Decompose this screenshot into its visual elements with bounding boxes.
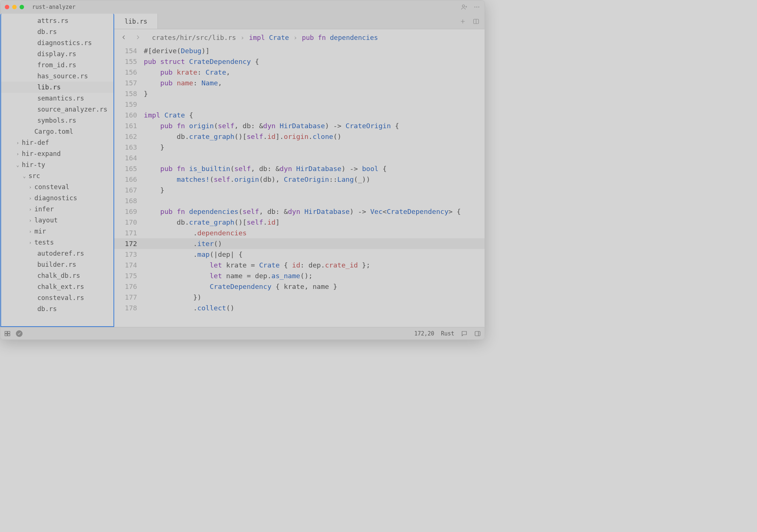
code-content[interactable]: let krate = Crate { id: dep.crate_id }; [144, 260, 370, 270]
chevron-right-icon[interactable]: › [28, 229, 33, 234]
tree-item[interactable]: builder.rs [1, 259, 113, 270]
chevron-right-icon[interactable]: › [28, 240, 33, 245]
breadcrumb-fn-name[interactable]: dependencies [330, 34, 378, 41]
nav-back-icon[interactable] [121, 34, 127, 40]
code-line[interactable]: 174 let krate = Crate { id: dep.crate_id… [114, 260, 485, 270]
file-tree[interactable]: attrs.rsdb.rsdiagnostics.rsdisplay.rsfro… [0, 14, 114, 327]
code-line[interactable]: 169 pub fn dependencies(self, db: &dyn H… [114, 206, 485, 217]
breadcrumb-fn-kw[interactable]: pub fn [302, 34, 326, 41]
code-content[interactable]: pub struct CrateDependency { [144, 56, 259, 67]
fullscreen-icon[interactable] [20, 5, 24, 9]
code-line[interactable]: 172 .iter() [114, 238, 485, 249]
tree-item[interactable]: chalk_ext.rs [1, 281, 113, 292]
tree-item[interactable]: ›diagnostics [1, 192, 113, 204]
tree-item[interactable]: db.rs [1, 26, 113, 37]
code-line[interactable]: 156 pub krate: Crate, [114, 67, 485, 78]
chevron-right-icon[interactable]: › [28, 218, 33, 223]
toggle-right-dock-icon[interactable] [474, 330, 481, 337]
tree-item[interactable]: chalk_db.rs [1, 270, 113, 281]
tree-item[interactable]: consteval.rs [1, 292, 113, 303]
code-line[interactable]: 157 pub name: Name, [114, 78, 485, 88]
file-language[interactable]: Rust [441, 330, 454, 337]
tree-item[interactable]: ›consteval [1, 181, 113, 192]
code-line[interactable]: 170 db.crate_graph()[self.id] [114, 217, 485, 228]
nav-forward-icon[interactable] [135, 34, 141, 40]
code-content[interactable]: pub fn origin(self, db: &dyn HirDatabase… [144, 120, 399, 131]
code-line[interactable]: 162 db.crate_graph()[self.id].origin.clo… [114, 131, 485, 142]
breadcrumb-impl-ty[interactable]: Crate [269, 34, 289, 41]
tree-item[interactable]: semantics.rs [1, 93, 113, 104]
tree-item[interactable]: attrs.rs [1, 15, 113, 26]
tree-item[interactable]: ›hir-def [1, 137, 113, 148]
code-content[interactable]: .iter() [144, 238, 222, 249]
tree-item[interactable]: ›mir [1, 226, 113, 237]
code-line[interactable]: 171 .dependencies [114, 228, 485, 238]
code-content[interactable]: .collect() [144, 303, 234, 313]
code-content[interactable]: } [144, 142, 164, 153]
chevron-down-icon[interactable]: ⌄ [22, 173, 27, 179]
breadcrumb-path[interactable]: crates/hir/src/lib.rs [152, 34, 236, 41]
code-editor[interactable]: 154#[derive(Debug)]155pub struct CrateDe… [114, 45, 485, 327]
code-line[interactable]: 167 } [114, 185, 485, 195]
chevron-right-icon[interactable]: › [28, 207, 33, 212]
code-content[interactable]: let name = dep.as_name(); [144, 270, 313, 281]
code-line[interactable]: 177 }) [114, 292, 485, 303]
tree-item[interactable]: ›infer [1, 204, 113, 215]
code-line[interactable]: 159 [114, 99, 485, 110]
tree-item[interactable]: display.rs [1, 48, 113, 59]
new-tab-icon[interactable] [459, 18, 466, 25]
code-content[interactable]: .dependencies [144, 228, 247, 238]
chevron-down-icon[interactable]: ⌄ [15, 162, 20, 168]
breadcrumb-impl-kw[interactable]: impl [249, 34, 265, 41]
minimize-icon[interactable] [12, 5, 17, 9]
tree-item[interactable]: Cargo.toml [1, 126, 113, 137]
code-content[interactable]: .map(|dep| { [144, 249, 242, 260]
code-content[interactable]: db.crate_graph()[self.id].origin.clone() [144, 131, 342, 142]
cursor-position[interactable]: 172,20 [414, 330, 434, 337]
code-content[interactable]: impl Crate { [144, 110, 193, 120]
chevron-right-icon[interactable]: › [15, 140, 20, 146]
code-content[interactable]: matches!(self.origin(db), CrateOrigin::L… [144, 174, 370, 185]
code-line[interactable]: 165 pub fn is_builtin(self, db: &dyn Hir… [114, 163, 485, 174]
close-icon[interactable] [5, 5, 9, 9]
tree-item[interactable]: ›layout [1, 215, 113, 226]
tree-item[interactable]: source_analyzer.rs [1, 104, 113, 115]
chevron-right-icon[interactable]: › [28, 184, 33, 190]
code-line[interactable]: 178 .collect() [114, 303, 485, 313]
tree-item[interactable]: symbols.rs [1, 115, 113, 126]
code-line[interactable]: 154#[derive(Debug)] [114, 45, 485, 56]
tree-item[interactable]: ›tests [1, 237, 113, 248]
tree-item[interactable]: has_source.rs [1, 71, 113, 82]
add-person-icon[interactable] [461, 4, 468, 10]
code-line[interactable]: 160impl Crate { [114, 110, 485, 120]
code-content[interactable]: db.crate_graph()[self.id] [144, 217, 280, 228]
code-content[interactable]: pub fn dependencies(self, db: &dyn HirDa… [144, 206, 461, 217]
code-line[interactable]: 155pub struct CrateDependency { [114, 56, 485, 67]
chevron-right-icon[interactable]: › [15, 151, 20, 157]
code-line[interactable]: 175 let name = dep.as_name(); [114, 270, 485, 281]
code-content[interactable]: pub name: Name, [144, 78, 222, 88]
more-icon[interactable] [473, 4, 480, 10]
tree-item[interactable]: ›hir-expand [1, 148, 113, 159]
code-content[interactable]: pub fn is_builtin(self, db: &dyn HirData… [144, 163, 387, 174]
code-line[interactable]: 161 pub fn origin(self, db: &dyn HirData… [114, 120, 485, 131]
tree-item[interactable]: from_id.rs [1, 59, 113, 71]
chevron-right-icon[interactable]: › [28, 195, 33, 201]
tree-item[interactable]: autoderef.rs [1, 248, 113, 259]
code-line[interactable]: 166 matches!(self.origin(db), CrateOrigi… [114, 174, 485, 185]
code-line[interactable]: 176 CrateDependency { krate, name } [114, 281, 485, 292]
code-content[interactable]: CrateDependency { krate, name } [144, 281, 337, 292]
tree-item[interactable]: db.rs [1, 303, 113, 314]
code-content[interactable]: #[derive(Debug)] [144, 45, 210, 56]
diagnostics-ok-icon[interactable] [16, 330, 23, 337]
code-content[interactable]: } [144, 185, 164, 195]
code-line[interactable]: 168 [114, 195, 485, 206]
code-line[interactable]: 164 [114, 153, 485, 163]
code-line[interactable]: 163 } [114, 142, 485, 153]
code-line[interactable]: 173 .map(|dep| { [114, 249, 485, 260]
code-content[interactable]: } [144, 88, 148, 99]
tree-item[interactable]: diagnostics.rs [1, 37, 113, 48]
tree-item[interactable]: ⌄src [1, 170, 113, 181]
tree-item[interactable]: ⌄hir-ty [1, 159, 113, 170]
code-content[interactable]: }) [144, 292, 201, 303]
